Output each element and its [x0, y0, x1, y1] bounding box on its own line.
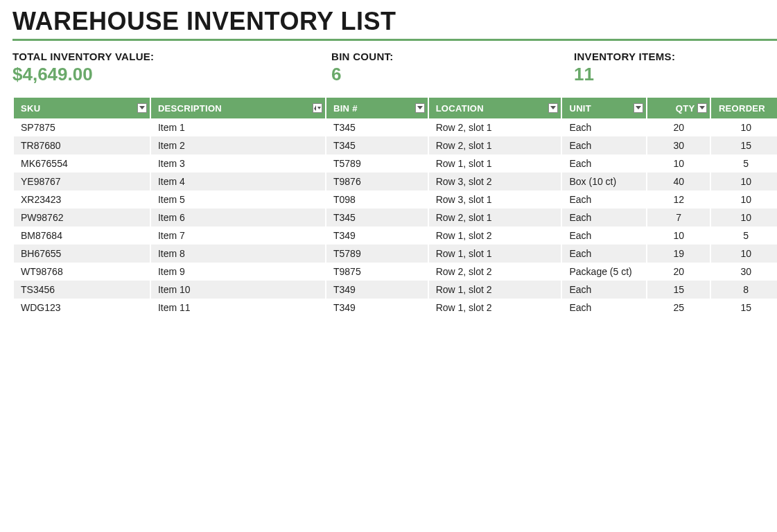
col-header-location[interactable]: LOCATION	[429, 98, 561, 118]
cell-location[interactable]: Row 2, slot 2	[429, 263, 561, 281]
col-header-reorder[interactable]: REORDER	[711, 98, 777, 118]
cell-sku[interactable]: WT98768	[14, 263, 150, 281]
cell-reorder[interactable]: 15	[711, 136, 777, 154]
cell-unit[interactable]: Each	[562, 227, 646, 245]
cell-unit[interactable]: Box (10 ct)	[562, 172, 646, 190]
cell-unit[interactable]: Each	[562, 245, 646, 263]
cell-unit[interactable]: Each	[562, 190, 646, 209]
filter-dropdown-icon[interactable]	[415, 103, 425, 113]
table-row[interactable]: BH67655Item 8T5789Row 1, slot 1Each1910	[14, 245, 777, 263]
cell-location[interactable]: Row 2, slot 1	[429, 136, 561, 154]
cell-bin[interactable]: T349	[326, 281, 428, 299]
col-header-unit[interactable]: UNIT	[562, 98, 646, 118]
cell-qty[interactable]: 25	[647, 299, 710, 317]
cell-description[interactable]: Item 9	[151, 263, 325, 281]
cell-reorder[interactable]: 30	[711, 263, 777, 281]
cell-sku[interactable]: MK676554	[14, 154, 150, 172]
cell-sku[interactable]: WDG123	[14, 299, 150, 317]
cell-unit[interactable]: Each	[562, 154, 646, 172]
cell-unit[interactable]: Each	[562, 136, 646, 154]
cell-description[interactable]: Item 11	[151, 299, 325, 317]
cell-sku[interactable]: TR87680	[14, 136, 150, 154]
cell-description[interactable]: Item 1	[151, 118, 325, 136]
cell-location[interactable]: Row 1, slot 2	[429, 281, 561, 299]
table-row[interactable]: MK676554Item 3T5789Row 1, slot 1Each105	[14, 154, 777, 172]
col-header-description[interactable]: DESCRIPTION	[151, 98, 325, 118]
col-header-sku[interactable]: SKU	[14, 98, 150, 118]
filter-sort-icon[interactable]	[313, 103, 322, 113]
cell-description[interactable]: Item 3	[151, 154, 325, 172]
cell-qty[interactable]: 10	[647, 154, 710, 172]
cell-location[interactable]: Row 1, slot 1	[429, 245, 561, 263]
filter-dropdown-icon[interactable]	[548, 103, 558, 113]
cell-bin[interactable]: T345	[326, 136, 428, 154]
cell-bin[interactable]: T5789	[326, 245, 428, 263]
cell-reorder[interactable]: 10	[711, 118, 777, 136]
cell-reorder[interactable]: 10	[711, 172, 777, 190]
table-row[interactable]: BM87684Item 7T349Row 1, slot 2Each105	[14, 227, 777, 245]
cell-unit[interactable]: Each	[562, 118, 646, 136]
cell-description[interactable]: Item 5	[151, 190, 325, 209]
cell-reorder[interactable]: 15	[711, 299, 777, 317]
table-row[interactable]: SP7875Item 1T345Row 2, slot 1Each2010	[14, 118, 777, 136]
table-row[interactable]: TR87680Item 2T345Row 2, slot 1Each3015	[14, 136, 777, 154]
cell-location[interactable]: Row 2, slot 1	[429, 209, 561, 227]
cell-bin[interactable]: T9875	[326, 263, 428, 281]
cell-qty[interactable]: 40	[647, 172, 710, 190]
table-row[interactable]: YE98767Item 4T9876Row 3, slot 2Box (10 c…	[14, 172, 777, 190]
cell-description[interactable]: Item 10	[151, 281, 325, 299]
cell-reorder[interactable]: 5	[711, 154, 777, 172]
cell-description[interactable]: Item 8	[151, 245, 325, 263]
cell-reorder[interactable]: 10	[711, 245, 777, 263]
cell-description[interactable]: Item 6	[151, 209, 325, 227]
table-row[interactable]: PW98762Item 6T345Row 2, slot 1Each710	[14, 209, 777, 227]
cell-bin[interactable]: T349	[326, 299, 428, 317]
cell-sku[interactable]: BH67655	[14, 245, 150, 263]
cell-sku[interactable]: BM87684	[14, 227, 150, 245]
table-row[interactable]: WT98768Item 9T9875Row 2, slot 2Package (…	[14, 263, 777, 281]
cell-unit[interactable]: Each	[562, 281, 646, 299]
cell-qty[interactable]: 10	[647, 227, 710, 245]
cell-location[interactable]: Row 3, slot 1	[429, 190, 561, 209]
col-header-qty[interactable]: QTY	[647, 98, 710, 118]
cell-unit[interactable]: Each	[562, 209, 646, 227]
cell-bin[interactable]: T9876	[326, 172, 428, 190]
cell-qty[interactable]: 30	[647, 136, 710, 154]
cell-bin[interactable]: T5789	[326, 154, 428, 172]
cell-sku[interactable]: YE98767	[14, 172, 150, 190]
cell-qty[interactable]: 20	[647, 118, 710, 136]
cell-location[interactable]: Row 1, slot 2	[429, 299, 561, 317]
cell-reorder[interactable]: 8	[711, 281, 777, 299]
cell-location[interactable]: Row 3, slot 2	[429, 172, 561, 190]
cell-bin[interactable]: T345	[326, 209, 428, 227]
cell-qty[interactable]: 7	[647, 209, 710, 227]
cell-qty[interactable]: 12	[647, 190, 710, 209]
cell-location[interactable]: Row 2, slot 1	[429, 118, 561, 136]
cell-description[interactable]: Item 7	[151, 227, 325, 245]
cell-reorder[interactable]: 10	[711, 190, 777, 209]
cell-unit[interactable]: Package (5 ct)	[562, 263, 646, 281]
cell-bin[interactable]: T345	[326, 118, 428, 136]
cell-sku[interactable]: TS3456	[14, 281, 150, 299]
cell-sku[interactable]: SP7875	[14, 118, 150, 136]
col-header-bin[interactable]: BIN #	[326, 98, 428, 118]
cell-location[interactable]: Row 1, slot 2	[429, 227, 561, 245]
cell-bin[interactable]: T098	[326, 190, 428, 209]
filter-dropdown-icon[interactable]	[634, 103, 643, 113]
cell-location[interactable]: Row 1, slot 1	[429, 154, 561, 172]
cell-bin[interactable]: T349	[326, 227, 428, 245]
cell-reorder[interactable]: 10	[711, 209, 777, 227]
filter-dropdown-icon[interactable]	[137, 103, 147, 113]
cell-description[interactable]: Item 4	[151, 172, 325, 190]
table-row[interactable]: WDG123Item 11T349Row 1, slot 2Each2515	[14, 299, 777, 317]
cell-unit[interactable]: Each	[562, 299, 646, 317]
filter-dropdown-icon[interactable]	[697, 103, 707, 113]
cell-qty[interactable]: 20	[647, 263, 710, 281]
cell-sku[interactable]: XR23423	[14, 190, 150, 209]
cell-qty[interactable]: 15	[647, 281, 710, 299]
cell-reorder[interactable]: 5	[711, 227, 777, 245]
cell-description[interactable]: Item 2	[151, 136, 325, 154]
table-row[interactable]: TS3456Item 10T349Row 1, slot 2Each158	[14, 281, 777, 299]
cell-qty[interactable]: 19	[647, 245, 710, 263]
cell-sku[interactable]: PW98762	[14, 209, 150, 227]
